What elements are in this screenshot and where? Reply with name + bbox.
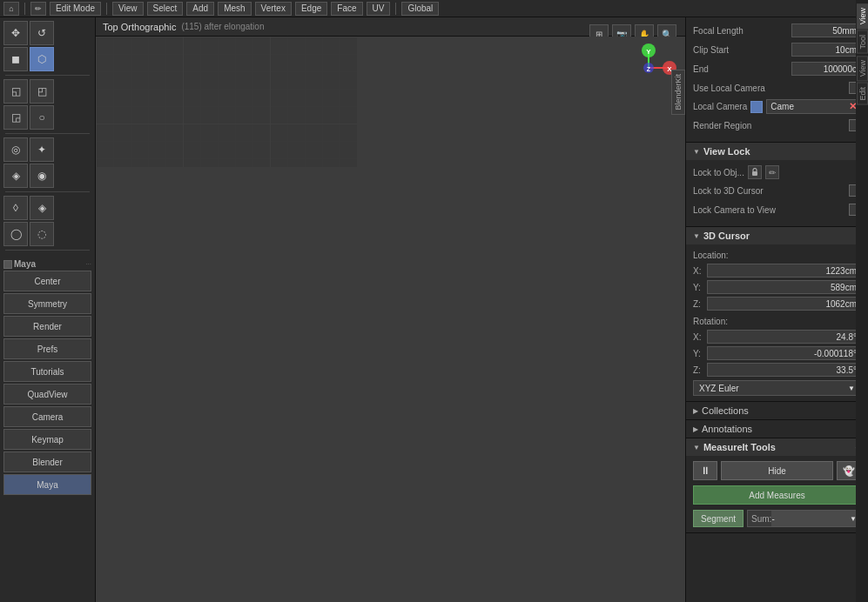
shear-tool[interactable]: ◯: [3, 222, 28, 246]
euler-arrow-icon: ▼: [848, 385, 855, 392]
add-menu[interactable]: Add: [186, 2, 214, 16]
smooth-tool[interactable]: ◉: [30, 164, 54, 188]
mode-dropdown[interactable]: Edit Mode: [50, 2, 101, 16]
cursor-x-axis-label: X:: [693, 266, 707, 276]
clip-start-value[interactable]: 10cm: [791, 43, 861, 57]
cursor-tool[interactable]: ✥: [3, 21, 28, 45]
cursor-y-axis-label: Y:: [693, 283, 707, 292]
view-menu[interactable]: View: [112, 2, 144, 16]
inset-tool[interactable]: ◰: [30, 79, 54, 104]
measureit-header[interactable]: ▼ MeasureIt Tools ···: [686, 438, 868, 456]
main-viewport[interactable]: 1300.4cm 1300.3950 cm: [96, 37, 685, 602]
cursor-z-row: Z: 1062cm: [693, 297, 861, 311]
cursor-z-value[interactable]: 1062cm: [707, 297, 861, 311]
cursor-y-value[interactable]: 589cm: [707, 280, 861, 294]
clip-end-value[interactable]: 100000c: [791, 62, 861, 76]
rotate-tool[interactable]: ↺: [30, 21, 54, 45]
render-btn[interactable]: Render: [3, 316, 91, 337]
loop-tool[interactable]: ○: [30, 105, 54, 130]
segment-button[interactable]: Segment: [693, 510, 744, 527]
clip-start-row: Clip Start 10cm: [693, 42, 861, 57]
cursor-x-value[interactable]: 1223cm: [707, 264, 861, 278]
camera-btn[interactable]: Camera: [3, 406, 91, 427]
blender-btn[interactable]: Blender: [3, 452, 91, 472]
euler-selector[interactable]: XYZ Euler ▼: [693, 380, 861, 396]
view-tab-2[interactable]: View: [857, 56, 868, 81]
vertex-menu[interactable]: Vertex: [255, 2, 292, 16]
divider-4: [5, 250, 90, 251]
edit-tab[interactable]: Edit: [857, 83, 868, 105]
scale-tool[interactable]: ◼: [3, 47, 28, 71]
shrink-tool[interactable]: ◌: [30, 222, 54, 246]
view-lock-header[interactable]: ▼ View Lock: [686, 143, 868, 160]
cursor-x-row: X: 1223cm: [693, 264, 861, 278]
camera-selector-value: Came: [770, 102, 794, 111]
transform-selector[interactable]: Global: [401, 2, 439, 16]
sum-value: -: [771, 514, 774, 524]
add-measures-button[interactable]: Add Measures: [693, 485, 861, 505]
extrude-tool[interactable]: ◱: [3, 79, 28, 104]
lock-obj-icon[interactable]: [748, 165, 762, 179]
local-camera-row: Local Camera Came ✕: [693, 99, 861, 114]
view-lock-label: View Lock: [703, 146, 750, 157]
tutorials-btn[interactable]: Tutorials: [3, 361, 91, 382]
cursor-rx-axis-label: X:: [693, 332, 707, 342]
cursor-section-header[interactable]: ▼ 3D Cursor: [686, 227, 868, 244]
svg-text:Z: Z: [647, 66, 651, 72]
collections-row[interactable]: ▶ Collections ···: [686, 402, 868, 419]
transform-tool[interactable]: ⬡: [30, 47, 54, 71]
edge-slide-tool[interactable]: ◊: [3, 196, 28, 220]
knife-tool[interactable]: ◎: [3, 137, 28, 162]
hide-button[interactable]: Hide: [721, 461, 833, 480]
divider-3: [5, 191, 90, 192]
cursor-rz-value[interactable]: 33.5°: [707, 363, 861, 377]
blenderkit-tab[interactable]: BlenderKit: [671, 70, 685, 115]
symmetry-btn[interactable]: Symmetry: [3, 293, 91, 314]
euler-value: XYZ Euler: [699, 384, 739, 393]
clip-start-label: Clip Start: [693, 45, 729, 55]
cursor-ry-value[interactable]: -0.000118°: [707, 346, 861, 360]
tool-row-8: ◯ ◌: [3, 222, 91, 246]
mode-icon[interactable]: ✏: [30, 2, 46, 16]
local-camera-icon[interactable]: [750, 101, 763, 113]
tool-row-5: ◎ ✦: [3, 137, 91, 162]
quadview-btn[interactable]: QuadView: [3, 384, 91, 405]
prefs-btn[interactable]: Prefs: [3, 338, 91, 359]
divider-1: [5, 75, 90, 76]
local-camera-label: Local Camera: [693, 102, 747, 111]
cursor-ry-axis-label: Y:: [693, 349, 707, 358]
view-lock-arrow-icon: ▼: [693, 148, 700, 156]
rip-tool[interactable]: ◈: [30, 196, 54, 220]
lock-camera-label: Lock Camera to View: [693, 205, 776, 215]
maya-btn[interactable]: Maya: [3, 474, 91, 495]
sum-dropdown[interactable]: - ▼: [771, 511, 857, 526]
mesh-menu[interactable]: Mesh: [218, 2, 251, 16]
measureit-section: ▼ MeasureIt Tools ··· ⏸ Hide 👻 Add Measu…: [686, 438, 868, 533]
center-btn[interactable]: Center: [3, 271, 91, 291]
use-local-camera-label: Use Local Camera: [693, 84, 765, 93]
face-menu[interactable]: Face: [331, 2, 362, 16]
focal-length-value[interactable]: 50mm: [791, 23, 861, 37]
left-sidebar: ✥ ↺ ◼ ⬡ ◱ ◰ ◲ ○ ◎ ✦ ◈ ◉ ◊ ◈ ◯: [0, 17, 96, 602]
pause-button[interactable]: ⏸: [693, 461, 717, 480]
spin-tool[interactable]: ◈: [3, 164, 28, 188]
lock-obj-pencil-icon[interactable]: ✏: [765, 165, 779, 179]
clip-end-label: End: [693, 64, 709, 74]
maya-icon: [3, 260, 12, 269]
edge-menu[interactable]: Edge: [295, 2, 327, 16]
sum-label: Sum:: [751, 514, 771, 524]
location-label: Location:: [693, 251, 729, 260]
uv-menu[interactable]: UV: [367, 2, 391, 16]
tool-tab[interactable]: Tool: [857, 30, 868, 54]
view-tab[interactable]: View: [857, 3, 868, 29]
bevel-tool[interactable]: ◲: [3, 105, 28, 130]
lock-3d-cursor-row: Lock to 3D Cursor: [693, 183, 861, 198]
sep2: [106, 3, 107, 15]
blender-logo[interactable]: ⌂: [3, 2, 19, 16]
keymap-btn[interactable]: Keymap: [3, 429, 91, 450]
poly-tool[interactable]: ✦: [30, 137, 54, 162]
select-menu[interactable]: Select: [147, 2, 184, 16]
cursor-rx-value[interactable]: 24.8°: [707, 330, 861, 344]
annotations-row[interactable]: ▶ Annotations ···: [686, 420, 868, 438]
camera-selector[interactable]: Came ✕: [766, 99, 861, 114]
